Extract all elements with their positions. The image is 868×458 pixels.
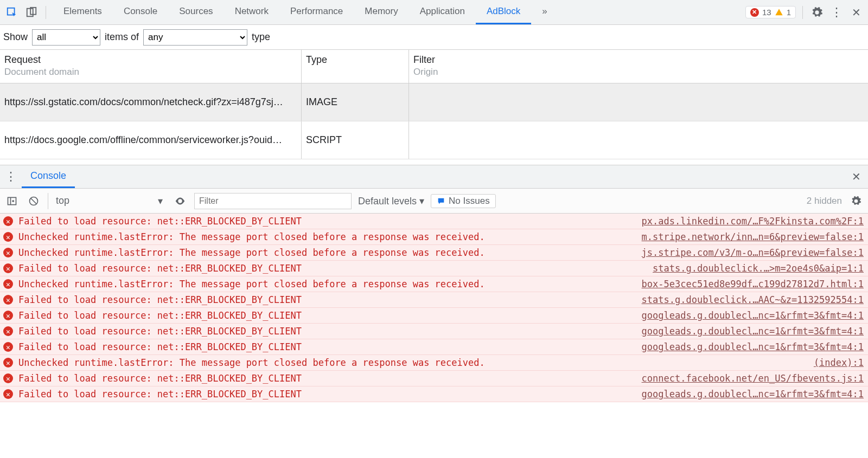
separator <box>802 6 803 19</box>
console-error-row[interactable]: ✕Unchecked runtime.lastError: The messag… <box>0 276 868 292</box>
console-error-row[interactable]: ✕Failed to load resource: net::ERR_BLOCK… <box>0 339 868 355</box>
show-select[interactable]: all <box>32 29 100 46</box>
topbar-left <box>4 5 48 20</box>
grid-body[interactable]: https://ssl.gstatic.com/docs/common/netc… <box>0 83 868 165</box>
kebab-icon[interactable]: ⋮ <box>829 5 844 20</box>
error-count: 13 <box>762 8 771 17</box>
drawer-kebab-icon[interactable]: ⋮ <box>0 170 22 184</box>
topbar-right: ✕ 13 1 ⋮ ✕ <box>745 5 864 20</box>
tab-application[interactable]: Application <box>409 0 476 24</box>
cell-type: IMAGE <box>302 83 409 121</box>
console-error-row[interactable]: ✕Failed to load resource: net::ERR_BLOCK… <box>0 324 868 339</box>
speech-icon <box>437 197 445 205</box>
error-icon: ✕ <box>3 232 13 242</box>
gear-icon[interactable] <box>809 5 825 20</box>
error-icon: ✕ <box>3 358 13 367</box>
separator <box>46 6 46 19</box>
console-error-row[interactable]: ✕Failed to load resource: net::ERR_BLOCK… <box>0 292 868 308</box>
tab-sources[interactable]: Sources <box>168 0 224 24</box>
console-error-row[interactable]: ✕Failed to load resource: net::ERR_BLOCK… <box>0 308 868 324</box>
warning-count: 1 <box>787 8 791 17</box>
adblock-filterbar: Show all items of any type <box>0 25 868 50</box>
console-error-row[interactable]: ✕Failed to load resource: net::ERR_BLOCK… <box>0 371 868 386</box>
devtools-topbar: ElementsConsoleSourcesNetworkPerformance… <box>0 0 868 25</box>
error-text: Unchecked runtime.lastError: The message… <box>18 279 485 289</box>
error-icon: ✕ <box>3 248 13 257</box>
error-source-link[interactable]: connect.facebook.net/en_US/fbevents.js:1 <box>642 373 864 384</box>
tab-elements[interactable]: Elements <box>53 0 113 24</box>
context-selector[interactable]: top ▾ <box>48 193 166 209</box>
error-icon: ✕ <box>3 263 13 273</box>
error-text: Failed to load resource: net::ERR_BLOCKE… <box>18 326 302 337</box>
error-source-link[interactable]: px.ads.linkedin.com/…F%2Fkinsta.com%2F:1 <box>642 216 864 227</box>
cell-filter <box>409 83 868 121</box>
console-gear-icon[interactable] <box>848 193 864 209</box>
console-error-row[interactable]: ✕Failed to load resource: net::ERR_BLOCK… <box>0 214 868 229</box>
close-icon[interactable]: ✕ <box>848 5 864 20</box>
error-icon: ✕ <box>3 216 13 226</box>
error-text: Failed to load resource: net::ERR_BLOCKE… <box>18 294 302 305</box>
error-text: Unchecked runtime.lastError: The message… <box>18 247 485 258</box>
table-row[interactable]: https://ssl.gstatic.com/docs/common/netc… <box>0 83 868 121</box>
console-error-row[interactable]: ✕Unchecked runtime.lastError: The messag… <box>0 355 868 371</box>
live-expression-icon[interactable] <box>173 193 188 209</box>
drawer-tab-console[interactable]: Console <box>22 165 75 188</box>
console-error-row[interactable]: ✕Failed to load resource: net::ERR_BLOCK… <box>0 261 868 276</box>
error-text: Failed to load resource: net::ERR_BLOCKE… <box>18 341 302 352</box>
error-icon: ✕ <box>750 8 759 17</box>
error-text: Failed to load resource: net::ERR_BLOCKE… <box>18 310 302 321</box>
error-text: Failed to load resource: net::ERR_BLOCKE… <box>18 216 302 227</box>
error-source-link[interactable]: googleads.g.doublecl…nc=1&rfmt=3&fmt=4:1 <box>642 389 864 399</box>
error-icon: ✕ <box>3 373 13 383</box>
error-icon: ✕ <box>3 295 13 305</box>
error-text: Failed to load resource: net::ERR_BLOCKE… <box>18 389 302 399</box>
console-filter-input[interactable] <box>194 193 352 209</box>
tab-console[interactable]: Console <box>113 0 168 24</box>
console-messages[interactable]: ✕Failed to load resource: net::ERR_BLOCK… <box>0 214 868 436</box>
type-label: type <box>252 31 270 43</box>
error-source-link[interactable]: js.stripe.com/v3/m-o…n=6&preview=false:1 <box>642 247 864 258</box>
hidden-count[interactable]: 2 hidden <box>807 196 842 207</box>
error-source-link[interactable]: googleads.g.doublecl…nc=1&rfmt=3&fmt=4:1 <box>642 326 864 337</box>
device-toggle-icon[interactable] <box>24 5 39 20</box>
error-source-link[interactable]: box-5e3cec51ed8e99df…c199d27812d7.html:1 <box>642 279 864 289</box>
tab-network[interactable]: Network <box>224 0 279 24</box>
error-text: Failed to load resource: net::ERR_BLOCKE… <box>18 263 302 274</box>
console-error-row[interactable]: ✕Unchecked runtime.lastError: The messag… <box>0 229 868 245</box>
console-toolbar-right: 2 hidden <box>807 193 864 209</box>
error-icon: ✕ <box>3 326 13 336</box>
log-levels[interactable]: Default levels ▾ <box>358 195 424 207</box>
inspect-icon[interactable] <box>4 5 20 20</box>
error-text: Unchecked runtime.lastError: The message… <box>18 357 485 368</box>
col-header-filter[interactable]: Filter Origin <box>409 50 868 83</box>
error-source-link[interactable]: googleads.g.doublecl…nc=1&rfmt=3&fmt=4:1 <box>642 310 864 321</box>
table-row[interactable]: https://docs.google.com/offline/common/s… <box>0 121 868 159</box>
tab-performance[interactable]: Performance <box>279 0 354 24</box>
type-select[interactable]: any <box>143 29 247 46</box>
error-icon: ✕ <box>3 389 13 399</box>
drawer-header: ⋮ Console ✕ <box>0 165 868 189</box>
error-source-link[interactable]: googleads.g.doublecl…nc=1&rfmt=3&fmt=4:1 <box>642 341 864 352</box>
error-source-link[interactable]: stats.g.doubleclick.…AAC~&z=1132592554:1 <box>642 294 864 305</box>
col-header-request[interactable]: Request Document domain <box>0 50 302 83</box>
cell-request: https://docs.google.com/offline/common/s… <box>0 121 302 159</box>
error-icon: ✕ <box>3 342 13 352</box>
error-warning-badge[interactable]: ✕ 13 1 <box>745 6 796 18</box>
sidebar-toggle-icon[interactable] <box>4 193 20 209</box>
col-header-type[interactable]: Type <box>302 50 409 83</box>
clear-icon[interactable] <box>26 193 41 209</box>
console-error-row[interactable]: ✕Failed to load resource: net::ERR_BLOCK… <box>0 386 868 402</box>
issues-button[interactable]: No Issues <box>431 194 496 208</box>
grid-header: Request Document domain Type Filter Orig… <box>0 50 868 83</box>
more-tabs[interactable]: » <box>531 6 558 18</box>
panel-tablist: ElementsConsoleSourcesNetworkPerformance… <box>53 0 531 24</box>
tab-adblock[interactable]: AdBlock <box>476 0 531 24</box>
tab-memory[interactable]: Memory <box>354 0 409 24</box>
error-source-link[interactable]: (index):1 <box>814 357 864 368</box>
show-label: Show <box>3 31 28 43</box>
error-source-link[interactable]: stats.g.doubleclick.…>m=2oe4s0&aip=1:1 <box>653 263 864 274</box>
console-toolbar: top ▾ Default levels ▾ No Issues 2 hidde… <box>0 189 868 214</box>
error-source-link[interactable]: m.stripe.network/inn…n=6&preview=false:1 <box>642 231 864 242</box>
console-error-row[interactable]: ✕Unchecked runtime.lastError: The messag… <box>0 245 868 261</box>
drawer-close-icon[interactable]: ✕ <box>844 170 868 183</box>
